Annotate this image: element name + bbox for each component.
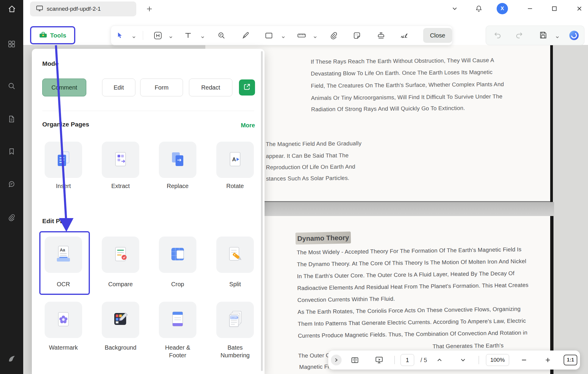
text-tool-dropdown-icon[interactable] <box>201 34 204 37</box>
actual-size-button[interactable]: 1:1 <box>564 355 577 365</box>
watermark-card[interactable] <box>45 302 82 338</box>
previous-page-icon[interactable] <box>435 356 444 364</box>
notifications-bell-icon[interactable] <box>475 5 483 12</box>
close-window-button[interactable] <box>576 5 583 12</box>
zoom-in-icon[interactable] <box>544 356 552 364</box>
bookmarks-icon[interactable] <box>8 148 16 156</box>
header-footer-card[interactable] <box>159 302 196 338</box>
extract-label: Extract <box>101 182 140 190</box>
split-label: Split <box>215 280 255 288</box>
document-line: The Magnetic Field And Be Gradually <box>266 140 362 148</box>
document-tab[interactable]: scanned-pdf-updf-2-1 <box>30 1 136 16</box>
extract-card[interactable] <box>102 142 139 178</box>
zoom-level-select[interactable]: 100% <box>486 354 509 366</box>
organize-more-link[interactable]: More <box>229 122 255 129</box>
home-icon[interactable] <box>8 5 16 13</box>
history-save-group <box>486 26 584 45</box>
external-link-icon <box>243 83 251 92</box>
ocr-icon: Aa <box>54 244 73 265</box>
minimize-button[interactable] <box>526 5 534 12</box>
undo-icon[interactable] <box>494 31 502 40</box>
ai-assistant-icon[interactable] <box>569 30 579 42</box>
bates-numbering-card[interactable]: 000123 <box>216 302 254 338</box>
ocr-label: OCR <box>44 280 83 288</box>
save-dropdown-icon[interactable] <box>556 34 559 40</box>
bates-badge-text: 000123 <box>231 316 238 319</box>
document-line: Reproduction Of Life On Earth And <box>266 163 355 171</box>
split-icon <box>225 244 245 265</box>
select-tool-dropdown-icon[interactable] <box>132 34 136 37</box>
updf-logo-icon[interactable] <box>8 355 16 363</box>
new-tab-button[interactable] <box>145 5 154 13</box>
close-toolbar-button[interactable]: Close <box>423 28 452 43</box>
sticker-tool-icon[interactable] <box>352 31 361 40</box>
reading-view-icon[interactable] <box>350 356 359 364</box>
rotate-card[interactable]: A <box>216 142 254 178</box>
background-card[interactable] <box>102 302 139 338</box>
tabs-dropdown-button[interactable] <box>451 5 458 12</box>
replace-pages-icon <box>168 149 187 170</box>
save-icon[interactable] <box>539 31 547 40</box>
text-tool-icon[interactable] <box>184 31 193 40</box>
ocr-card[interactable]: Aa <box>45 237 82 273</box>
attach-file-icon[interactable] <box>329 31 338 40</box>
page-navigation-bar: 1 / 5 100% 1:1 <box>328 350 580 370</box>
panel-divider <box>42 111 254 111</box>
compare-label: Compare <box>101 280 140 288</box>
apps-grid-icon[interactable] <box>8 40 16 48</box>
presentation-mode-icon[interactable] <box>374 356 384 364</box>
highlight-tool-icon[interactable] <box>153 31 162 40</box>
redo-icon[interactable] <box>515 31 523 40</box>
crop-card[interactable] <box>159 237 196 273</box>
mode-form-button[interactable]: Form <box>140 79 183 96</box>
next-page-icon[interactable] <box>459 356 467 364</box>
document-line: appear. It Can Be Said That The <box>266 152 348 159</box>
search-icon[interactable] <box>8 82 16 90</box>
tools-panel: Mode Comment Edit Form Redact Organize P… <box>32 49 265 374</box>
stamp-tool-icon[interactable] <box>376 31 385 40</box>
background-icon <box>111 309 130 330</box>
mode-edit-button[interactable]: Edit <box>102 79 135 96</box>
measure-tool-icon[interactable] <box>297 31 306 40</box>
watermark-label: Watermark <box>44 344 83 351</box>
bates-numbering-label: Bates Numbering <box>215 344 255 359</box>
open-in-new-window-button[interactable] <box>239 79 255 96</box>
background-label: Background <box>101 344 140 351</box>
shape-tool-icon[interactable] <box>264 31 273 40</box>
compare-icon <box>111 244 130 265</box>
edit-section-title: Edit PDF <box>42 217 68 225</box>
document-line-partial: The Outer C <box>298 352 330 359</box>
panel-scrollbar[interactable] <box>261 51 263 371</box>
split-card[interactable] <box>216 237 254 273</box>
document-line-partial: That Generates The Earth's <box>432 342 503 350</box>
replace-card[interactable] <box>159 142 196 178</box>
tools-button[interactable]: Tools <box>30 26 75 44</box>
insert-card[interactable] <box>45 142 82 178</box>
header-footer-label: Header & Footer <box>158 344 197 359</box>
page-number-input[interactable]: 1 <box>401 354 414 366</box>
replace-label: Replace <box>158 182 197 190</box>
app-sidebar <box>0 0 23 374</box>
crop-icon <box>168 244 187 265</box>
bates-numbering-icon: 000123 <box>225 309 245 330</box>
select-tool-icon[interactable] <box>115 31 124 40</box>
mode-comment-button[interactable]: Comment <box>42 79 86 96</box>
measure-tool-dropdown-icon[interactable] <box>313 34 317 37</box>
maximize-button[interactable] <box>551 5 558 12</box>
pages-panel-icon[interactable] <box>8 115 16 123</box>
toolbox-icon <box>39 31 47 40</box>
compare-card[interactable] <box>102 237 139 273</box>
signature-tool-icon[interactable] <box>399 31 410 40</box>
comments-icon[interactable] <box>8 180 16 189</box>
highlight-tool-dropdown-icon[interactable] <box>169 34 173 37</box>
pen-tool-icon[interactable] <box>241 31 250 40</box>
document-line: Convection Currents Within The Fluid. <box>297 295 395 303</box>
search-annotation-icon[interactable] <box>217 31 226 40</box>
shape-tool-dropdown-icon[interactable] <box>282 34 285 37</box>
mode-redact-button[interactable]: Redact <box>189 79 232 96</box>
expand-panel-button[interactable] <box>331 355 342 365</box>
account-avatar[interactable]: X <box>497 3 508 14</box>
attachments-icon[interactable] <box>8 214 16 222</box>
zoom-out-icon[interactable] <box>520 356 528 364</box>
app-window: If These Rays Reach The Earth Without Ob… <box>0 0 588 374</box>
